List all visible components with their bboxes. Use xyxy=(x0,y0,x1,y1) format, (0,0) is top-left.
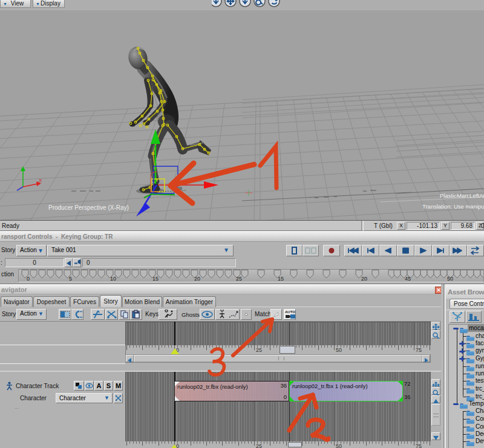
svg-text:45: 45 xyxy=(405,276,411,282)
svg-text:10: 10 xyxy=(110,276,116,282)
svg-text:0: 0 xyxy=(27,276,30,282)
svg-text:5: 5 xyxy=(69,276,72,282)
svg-text:50: 50 xyxy=(447,276,453,282)
svg-text:15: 15 xyxy=(152,276,159,282)
svg-text:-1.98: -1.98 xyxy=(173,186,182,190)
svg-text:15: 15 xyxy=(278,276,284,282)
svg-text:X: X xyxy=(39,178,42,183)
svg-text:25: 25 xyxy=(236,276,242,282)
svg-text:20: 20 xyxy=(361,276,367,282)
svg-text:20: 20 xyxy=(194,276,200,282)
svg-text:AUTO: AUTO xyxy=(285,310,295,314)
